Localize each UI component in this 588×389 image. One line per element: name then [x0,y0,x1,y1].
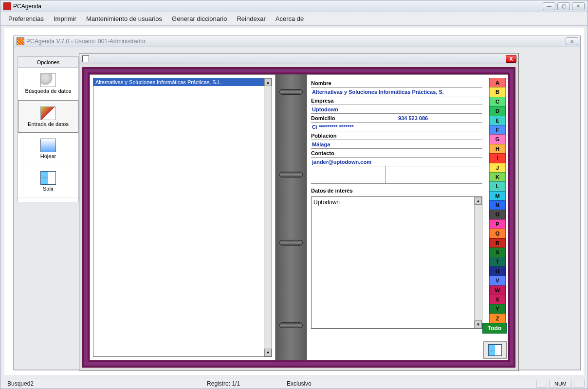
az-tab-v[interactable]: V [489,276,506,285]
list-item[interactable]: Alternativas y Soluciones Informáticas P… [93,78,272,86]
sidebar-item-entrada[interactable]: Entrada de datos [18,100,78,133]
az-tab-f[interactable]: F [489,125,506,134]
az-tab-o[interactable]: O [489,210,506,219]
label-empresa: Empresa [311,96,482,105]
az-tab-c[interactable]: C [489,97,506,106]
value-datos[interactable]: Uptodown ▲ ▼ [311,196,482,329]
titlebar: PCAgenda — ▢ ✕ [0,0,588,12]
label-datos: Datos de interés [311,188,482,194]
value-contacto-extra[interactable] [396,158,482,166]
minimize-button[interactable]: — [543,2,555,10]
editor-window: X Alternativas y Soluciones Informáticas… [79,53,519,371]
value-empresa[interactable]: Uptodown [311,105,482,114]
az-tab-a[interactable]: A [489,78,506,87]
extra-fields[interactable] [311,166,482,184]
az-tab-j[interactable]: J [489,163,506,172]
list-scrollbar[interactable]: ▲ ▼ [264,78,272,356]
exit-button[interactable] [483,341,507,359]
az-tab-p[interactable]: P [489,219,506,229]
value-domicilio[interactable]: C/ ********* ******* [311,123,482,131]
az-tab-h[interactable]: H [489,144,506,153]
scroll-down-icon[interactable]: ▼ [264,349,272,356]
book-icon [40,139,56,152]
label-contacto: Contacto [311,149,482,158]
close-button[interactable]: ✕ [572,2,585,10]
az-tab-g[interactable]: G [489,134,506,143]
sidebar-item-label: Hojear [40,153,56,159]
child-close-button[interactable]: ✕ [566,37,578,45]
status-record: Registro: 1/1 [203,380,244,387]
mdi-area: PCAgenda V.7.0 - Usuario: 001-Administra… [4,28,584,375]
editor-icon [82,55,89,62]
child-icon [17,37,24,45]
az-tab-y[interactable]: Y [489,304,506,313]
datos-text: Uptodown [313,199,340,206]
value-poblacion[interactable]: Málaga [311,140,482,149]
menu-preferencias[interactable]: Preferencias [4,13,48,24]
status-box-1 [536,380,547,388]
az-tab-w[interactable]: W [489,285,506,295]
ring-icon [279,240,303,246]
value-contacto[interactable]: jander@uptodown.com [311,158,396,166]
az-tab-s[interactable]: S [489,248,506,257]
menu-acerca[interactable]: Acerca de [272,13,308,24]
menu-diccionario[interactable]: Generar diccionario [168,13,231,24]
value-telefono[interactable]: 934 523 086 [396,114,482,123]
page-left: Alternativas y Soluciones Informáticas P… [90,74,276,360]
exit-icon [40,171,56,185]
child-titlebar: PCAgenda V.7.0 - Usuario: 001-Administra… [14,36,580,47]
maximize-button[interactable]: ▢ [557,2,570,10]
menu-mantenimiento[interactable]: Mantenimiento de usuarios [82,13,166,24]
az-tab-d[interactable]: D [489,106,506,115]
search-icon [40,73,56,87]
binder: Alternativas y Soluciones Informáticas P… [86,71,512,364]
ring-icon [279,172,303,177]
az-tab-z[interactable]: Z [489,314,506,323]
child-window: PCAgenda V.7.0 - Usuario: 001-Administra… [13,35,581,370]
datos-scrollbar[interactable]: ▲ ▼ [474,197,482,328]
status-left: Busqued2 [3,380,37,387]
scroll-down-icon[interactable]: ▼ [475,320,482,328]
ring-icon [279,89,303,95]
label-nombre: Nombre [311,79,482,88]
sidebar-item-label: Entrada de datos [28,121,69,127]
status-box-3 [574,380,585,388]
sidebar: Opciones Búsqueda de datos Entrada de da… [18,56,79,202]
status-bar: Busqued2 Registro: 1/1 Exclusivo NUM [0,378,588,389]
window-controls: — ▢ ✕ [543,2,588,10]
az-tab-e[interactable]: E [489,116,506,125]
editor-titlebar: X [79,53,518,64]
sidebar-item-salir[interactable]: Salir [18,165,78,198]
sidebar-item-hojear[interactable]: Hojear [18,133,78,165]
az-tab-l[interactable]: L [489,181,506,191]
az-tab-u[interactable]: U [489,266,506,276]
az-tab-i[interactable]: I [489,153,506,162]
page-right: Nombre Alternativas y Soluciones Informá… [307,74,508,360]
editor-close-button[interactable]: X [506,55,516,63]
menu-bar: Preferencias Imprimir Mantenimiento de u… [0,12,588,26]
menu-imprimir[interactable]: Imprimir [50,13,80,24]
sidebar-header: Opciones [18,57,78,68]
status-mode: Exclusivo [283,380,315,387]
menu-reindexar[interactable]: Reindexar [233,13,269,24]
az-tab-n[interactable]: N [489,200,506,210]
sidebar-item-busqueda[interactable]: Búsqueda de datos [18,68,78,100]
az-tab-b[interactable]: B [489,87,506,96]
scroll-up-icon[interactable]: ▲ [475,197,482,205]
az-tab-t[interactable]: T [489,257,506,266]
ring-icon [279,322,303,328]
contact-list[interactable]: Alternativas y Soluciones Informáticas P… [93,78,272,357]
scroll-up-icon[interactable]: ▲ [264,78,272,86]
app-title: PCAgenda [13,3,41,10]
value-nombre[interactable]: Alternativas y Soluciones Informáticas P… [311,88,482,96]
az-tab-todo[interactable]: Todo [482,323,507,334]
az-tab-r[interactable]: R [489,238,506,248]
az-tab-m[interactable]: M [489,191,506,200]
binder-spine [276,74,307,360]
az-index: ABCDEFGHIJKLMNOPQRSTUVWXYZTodo [489,78,506,334]
label-poblacion: Población [311,131,482,140]
az-tab-q[interactable]: Q [489,229,506,238]
az-tab-x[interactable]: X [489,295,506,304]
az-tab-k[interactable]: K [489,172,506,181]
main-window: PCAgenda — ▢ ✕ Preferencias Imprimir Man… [0,0,588,389]
